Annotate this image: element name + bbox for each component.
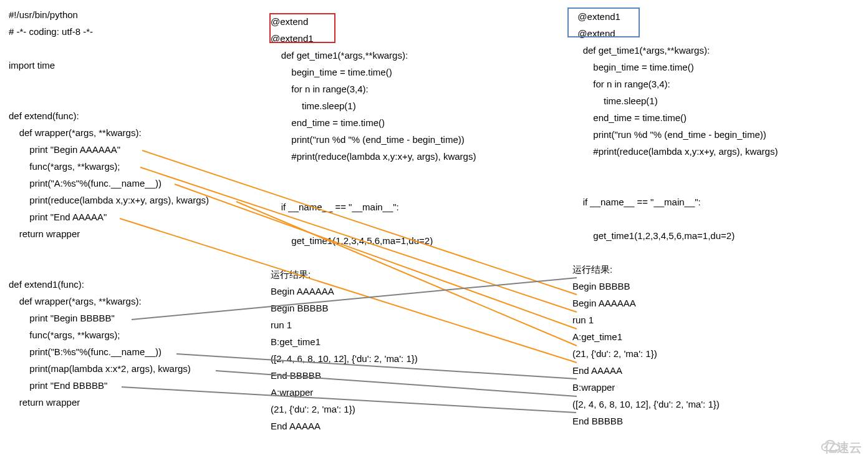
code-column-middle: @extend @extend1 def get_time1(*args,**k… xyxy=(271,13,476,434)
highlight-box-red xyxy=(269,13,335,43)
code-right: @extend1 @extend def get_time1(*args,**k… xyxy=(572,8,778,429)
code-column-right: @extend1 @extend def get_time1(*args,**k… xyxy=(572,8,778,429)
watermark: 亿速云 xyxy=(821,439,862,456)
code-column-left: #!/usr/bin/python # -*- coding: utf-8 -*… xyxy=(9,6,209,411)
highlight-box-blue xyxy=(567,7,640,37)
watermark-text: 亿速云 xyxy=(824,439,862,456)
code-middle: @extend @extend1 def get_time1(*args,**k… xyxy=(271,13,476,434)
code-left: #!/usr/bin/python # -*- coding: utf-8 -*… xyxy=(9,6,209,411)
